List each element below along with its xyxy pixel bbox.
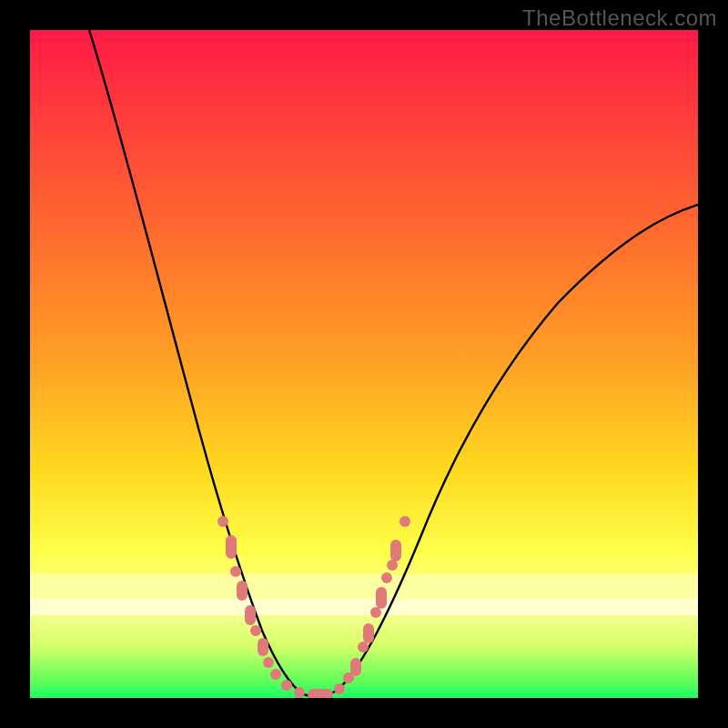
plot-gradient-area [30,30,698,698]
chart-container: TheBottleneck.com [0,0,728,728]
watermark-text: TheBottleneck.com [522,5,717,31]
